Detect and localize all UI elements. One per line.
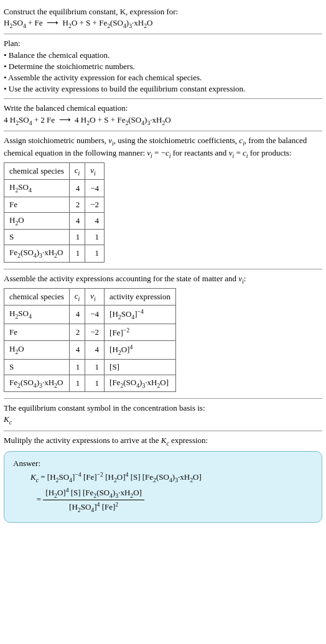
answer-body: Kc = [H2SO4]−4 [Fe]−2 [H2O]4 [S] [Fe2(SO… <box>30 470 313 515</box>
cell-nu: 4 <box>85 212 105 229</box>
stoich-text: , using the stoichiometric coefficients, <box>114 136 240 145</box>
problem-section: Construct the equilibrium constant, K, e… <box>4 2 322 34</box>
plan-bullet-text: Balance the chemical equation. <box>9 50 109 60</box>
table-row: S11[S] <box>4 359 176 375</box>
table-row: H2O44[H2O]4 <box>4 341 176 360</box>
col-nu: νi <box>85 288 105 305</box>
cell-c: 1 <box>69 230 85 245</box>
table-row: H2SO44−4[H2SO4]−4 <box>4 306 176 324</box>
cell-nu: 4 <box>85 341 105 360</box>
multiply-section: Mulitply the activity expressions to arr… <box>4 431 322 526</box>
stoich-table: chemical species ci νi H2SO44−4 Fe2−2 H2… <box>4 162 105 262</box>
cell-c: 1 <box>69 375 85 391</box>
plan-bullet-text: Assemble the activity expression for eac… <box>8 73 202 82</box>
activity-heading: Assemble the activity expressions accoun… <box>4 273 322 286</box>
cell-nu: −4 <box>85 180 105 197</box>
table-row: Fe2(SO4)3·xH2O11 <box>4 245 105 262</box>
stoich-section: Assign stoichiometric numbers, νi, using… <box>4 131 322 269</box>
cell-activity: [Fe]−2 <box>105 324 176 341</box>
col-c: ci <box>69 288 85 305</box>
cell-species: S <box>4 230 70 245</box>
answer-label: Answer: <box>13 458 313 469</box>
cell-c: 4 <box>69 306 85 324</box>
cell-nu: −4 <box>85 306 105 324</box>
cell-species: Fe2(SO4)3·xH2O <box>4 375 70 391</box>
plan-bullet-text: Use the activity expressions to build th… <box>9 84 246 93</box>
stoich-text: for reactants and <box>171 148 229 157</box>
problem-equation: H2SO4 + Fe ⟶ H2O + S + Fe2(SO4)3·xH2O <box>4 17 322 30</box>
stoich-heading: Assign stoichiometric numbers, νi, using… <box>4 135 322 160</box>
cell-species: H2O <box>4 212 70 229</box>
cell-nu: −2 <box>85 197 105 212</box>
table-row: H2O44 <box>4 212 105 229</box>
stoich-text: Assign stoichiometric numbers, <box>4 136 108 145</box>
balanced-heading: Write the balanced chemical equation: <box>4 103 322 114</box>
table-row: S11 <box>4 230 105 245</box>
fraction-denominator: [H2SO4]4 [Fe]2 <box>43 500 144 515</box>
balanced-equation: 4 H2SO4 + 2 Fe ⟶ 4 H2O + S + Fe2(SO4)3·x… <box>4 114 322 127</box>
answer-line2: = [H2O]4 [S] [Fe2(SO4)3·xH2O] [H2SO4]4 [… <box>30 486 313 515</box>
problem-heading-text: Construct the equilibrium constant, K, e… <box>4 7 178 16</box>
fraction-numerator: [H2O]4 [S] [Fe2(SO4)3·xH2O] <box>43 486 144 501</box>
balanced-section: Write the balanced chemical equation: 4 … <box>4 99 322 131</box>
table-row: H2SO44−4 <box>4 180 105 197</box>
col-c: ci <box>69 163 85 180</box>
cell-c: 1 <box>69 245 85 262</box>
cell-species: Fe <box>4 197 70 212</box>
cell-species: Fe <box>4 324 70 341</box>
symbol-heading: The equilibrium constant symbol in the c… <box>4 403 322 414</box>
answer-fraction: [H2O]4 [S] [Fe2(SO4)3·xH2O] [H2SO4]4 [Fe… <box>43 486 144 515</box>
cell-c: 2 <box>69 197 85 212</box>
cell-nu: 1 <box>85 375 105 391</box>
plan-section: Plan: • Balance the chemical equation. •… <box>4 34 322 99</box>
cell-nu: 1 <box>85 245 105 262</box>
cell-nu: 1 <box>85 359 105 375</box>
answer-box: Answer: Kc = [H2SO4]−4 [Fe]−2 [H2O]4 [S]… <box>4 451 322 523</box>
cell-c: 4 <box>69 212 85 229</box>
col-species: chemical species <box>4 163 70 180</box>
cell-nu: −2 <box>85 324 105 341</box>
cell-activity: [Fe2(SO4)3·xH2O] <box>105 375 176 391</box>
plan-heading: Plan: <box>4 38 322 49</box>
cell-species: H2SO4 <box>4 180 70 197</box>
col-nu: νi <box>85 163 105 180</box>
problem-heading: Construct the equilibrium constant, K, e… <box>4 6 322 17</box>
table-row: Fe2−2[Fe]−2 <box>4 324 176 341</box>
table-header-row: chemical species ci νi activity expressi… <box>4 288 176 305</box>
plan-bullet: • Determine the stoichiometric numbers. <box>4 61 322 72</box>
answer-line1: Kc = [H2SO4]−4 [Fe]−2 [H2O]4 [S] [Fe2(SO… <box>30 470 313 485</box>
symbol-section: The equilibrium constant symbol in the c… <box>4 399 322 431</box>
table-header-row: chemical species ci νi <box>4 163 105 180</box>
cell-activity: [S] <box>105 359 176 375</box>
activity-table: chemical species ci νi activity expressi… <box>4 288 176 392</box>
cell-c: 2 <box>69 324 85 341</box>
cell-species: S <box>4 359 70 375</box>
multiply-heading: Mulitply the activity expressions to arr… <box>4 435 322 447</box>
col-activity: activity expression <box>105 288 176 305</box>
plan-bullet: • Use the activity expressions to build … <box>4 83 322 95</box>
stoich-text: for products: <box>248 148 291 157</box>
plan-bullet: • Assemble the activity expression for e… <box>4 72 322 83</box>
symbol-value: Kc <box>4 414 322 426</box>
col-species: chemical species <box>4 288 70 305</box>
plan-bullet-text: Determine the stoichiometric numbers. <box>9 62 135 71</box>
cell-activity: [H2SO4]−4 <box>105 306 176 324</box>
cell-activity: [H2O]4 <box>105 341 176 360</box>
table-row: Fe2−2 <box>4 197 105 212</box>
cell-c: 4 <box>69 341 85 360</box>
activity-section: Assemble the activity expressions accoun… <box>4 269 322 399</box>
table-row: Fe2(SO4)3·xH2O11[Fe2(SO4)3·xH2O] <box>4 375 176 391</box>
cell-c: 1 <box>69 359 85 375</box>
cell-species: H2O <box>4 341 70 360</box>
cell-c: 4 <box>69 180 85 197</box>
cell-species: Fe2(SO4)3·xH2O <box>4 245 70 262</box>
cell-species: H2SO4 <box>4 306 70 324</box>
plan-bullet: • Balance the chemical equation. <box>4 50 322 61</box>
cell-nu: 1 <box>85 230 105 245</box>
